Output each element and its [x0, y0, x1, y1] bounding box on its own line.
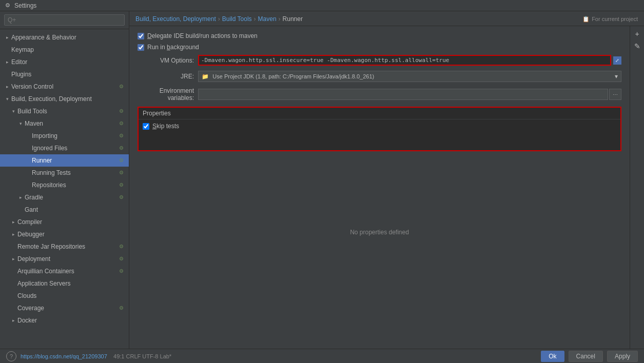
sidebar-item-label-keymap: Keymap	[11, 45, 34, 55]
skip-tests-row: Skip tests	[143, 123, 616, 130]
title-bar: ⚙ Settings	[0, 0, 644, 11]
tree-arrow-docker: ▸	[10, 317, 16, 324]
sidebar-item-label-editor: Editor	[11, 57, 27, 67]
sidebar-item-plugins[interactable]: Plugins	[0, 68, 129, 80]
sidebar-item-gant[interactable]: Gant	[0, 204, 129, 216]
sidebar-item-label-coverage: Coverage	[17, 303, 44, 313]
apply-button[interactable]: Apply	[607, 351, 638, 362]
sidebar-item-label-repositories: Repositories	[32, 180, 66, 190]
env-vars-input[interactable]	[198, 89, 608, 100]
skip-tests-checkbox[interactable]	[143, 123, 149, 130]
sidebar-item-label-compiler: Compiler	[17, 217, 42, 227]
breadcrumb-part-3[interactable]: Maven	[258, 15, 277, 23]
jre-select[interactable]: 📁 Use Project JDK (1.8, path: C:/Program…	[198, 71, 621, 82]
sidebar-item-deployment[interactable]: ▸Deployment⚙	[0, 253, 129, 265]
sidebar-item-editor[interactable]: ▸Editor	[0, 56, 129, 68]
env-vars-row: Environment variables: ⋯	[138, 87, 621, 102]
sidebar-item-label-docker: Docker	[17, 315, 37, 326]
add-property-button[interactable]: +	[632, 28, 643, 39]
sidebar-item-running-tests[interactable]: Running Tests⚙	[0, 167, 129, 179]
sidebar-item-docker[interactable]: ▸Docker	[0, 314, 129, 327]
edit-property-button[interactable]: ✎	[632, 41, 643, 52]
sidebar-item-label-version-control: Version Control	[11, 82, 53, 92]
sidebar-item-label-runner: Runner	[32, 155, 52, 166]
jre-label: JRE:	[138, 73, 194, 80]
search-input[interactable]	[4, 14, 125, 26]
sidebar-item-importing[interactable]: Importing⚙	[0, 130, 129, 142]
breadcrumb: Build, Execution, Deployment › Build Too…	[129, 11, 644, 26]
vm-options-box	[198, 55, 611, 66]
sidebar-item-label-gant: Gant	[25, 205, 38, 215]
sidebar-item-label-gradle: Gradle	[25, 192, 43, 203]
sidebar-item-ignored-files[interactable]: Ignored Files⚙	[0, 142, 129, 154]
breadcrumb-part-1[interactable]: Build, Execution, Deployment	[135, 15, 216, 23]
properties-body: Skip tests	[139, 119, 620, 150]
env-browse-button[interactable]: ⋯	[609, 89, 621, 100]
tree-arrow-debugger: ▸	[10, 231, 16, 237]
tree-arrow-editor: ▸	[4, 59, 10, 65]
sidebar-item-clouds[interactable]: Clouds	[0, 290, 129, 302]
tree-arrow-maven: ▾	[17, 120, 24, 127]
vm-options-input[interactable]	[201, 57, 608, 64]
vm-expand-button[interactable]: ⤢	[613, 56, 621, 65]
tree-arrow-appearance-behavior: ▸	[4, 34, 10, 41]
sidebar-item-label-maven: Maven	[25, 118, 43, 129]
breadcrumb-part-2[interactable]: Build Tools	[222, 15, 252, 23]
gear-badge-repositories: ⚙	[118, 182, 125, 189]
sidebar-item-label-build-tools: Build Tools	[17, 106, 47, 116]
skip-tests-label: Skip tests	[152, 123, 179, 130]
vm-options-label: VM Options:	[138, 57, 194, 64]
sidebar-item-label-arquillian-containers: Arquillian Containers	[17, 266, 74, 276]
gear-badge-maven: ⚙	[118, 120, 125, 127]
sidebar-item-label-running-tests: Running Tests	[32, 168, 71, 178]
sidebar-item-maven[interactable]: ▾Maven⚙	[0, 117, 129, 130]
breadcrumb-sep-2: ›	[254, 15, 256, 23]
env-vars-container: ⋯	[198, 89, 621, 100]
tree-arrow-gradle: ▸	[17, 194, 24, 200]
breadcrumb-note: 📋 For current project	[582, 16, 638, 23]
bottom-link[interactable]: https://blog.csdn.net/qq_21209307	[21, 353, 107, 359]
sidebar-item-arquillian-containers[interactable]: Arquillian Containers⚙	[0, 265, 129, 277]
sidebar-item-label-application-servers: Application Servers	[17, 278, 70, 289]
jre-row: JRE: 📁 Use Project JDK (1.8, path: C:/Pr…	[138, 71, 621, 82]
sidebar-item-debugger[interactable]: ▸Debugger	[0, 228, 129, 240]
properties-table-area: No properties defined	[138, 155, 621, 309]
status-text: https://blog.csdn.net/qq_21209307 49:1 C…	[21, 353, 537, 359]
gear-badge-gradle: ⚙	[118, 194, 125, 201]
sidebar-tree: ▸Appearance & Behavior Keymap▸Editor Plu…	[0, 29, 129, 349]
jre-container: 📁 Use Project JDK (1.8, path: C:/Program…	[198, 71, 621, 82]
sidebar-item-label-plugins: Plugins	[11, 69, 31, 79]
run-background-checkbox[interactable]	[138, 44, 144, 51]
sidebar-item-compiler[interactable]: ▸Compiler	[0, 216, 129, 228]
breadcrumb-sep-3: ›	[279, 15, 281, 23]
sidebar: ▸Appearance & Behavior Keymap▸Editor Plu…	[0, 11, 129, 349]
ok-button[interactable]: Ok	[541, 351, 564, 362]
sidebar-item-gradle[interactable]: ▸Gradle⚙	[0, 191, 129, 204]
sidebar-item-label-build-execution-deployment: Build, Execution, Deployment	[11, 94, 92, 104]
gear-badge-arquillian-containers: ⚙	[118, 268, 125, 275]
sidebar-item-repositories[interactable]: Repositories⚙	[0, 179, 129, 191]
sidebar-item-label-ignored-files: Ignored Files	[32, 143, 67, 153]
jre-select-text: Use Project JDK (1.8, path: C:/Program F…	[212, 73, 374, 79]
help-button[interactable]: ?	[6, 351, 16, 361]
gear-badge-version-control: ⚙	[118, 83, 125, 90]
delegate-build-checkbox[interactable]	[138, 33, 144, 39]
sidebar-item-coverage[interactable]: Coverage⚙	[0, 302, 129, 314]
cancel-button[interactable]: Cancel	[569, 351, 603, 362]
sidebar-item-keymap[interactable]: Keymap	[0, 44, 129, 56]
gear-badge-coverage: ⚙	[118, 305, 125, 312]
title-bar-text: Settings	[14, 2, 36, 9]
sidebar-item-version-control[interactable]: ▸Version Control⚙	[0, 80, 129, 93]
sidebar-item-appearance-behavior[interactable]: ▸Appearance & Behavior	[0, 31, 129, 44]
sidebar-item-remote-jar-repositories[interactable]: Remote Jar Repositories⚙	[0, 240, 129, 253]
bottom-bar: ? https://blog.csdn.net/qq_21209307 49:1…	[0, 349, 644, 363]
tree-arrow-deployment: ▸	[10, 256, 16, 262]
jre-folder-icon: 📁	[202, 73, 209, 79]
sidebar-item-build-tools[interactable]: ▾Build Tools⚙	[0, 105, 129, 117]
settings-content: Delegate IDE build/run actions to maven …	[129, 26, 630, 349]
sidebar-item-build-execution-deployment[interactable]: ▾Build, Execution, Deployment	[0, 93, 129, 105]
sidebar-item-runner[interactable]: Runner⚙	[0, 154, 129, 167]
properties-empty-message: No properties defined	[138, 155, 621, 309]
env-vars-label: Environment variables:	[138, 87, 194, 102]
sidebar-item-application-servers[interactable]: Application Servers	[0, 277, 129, 290]
